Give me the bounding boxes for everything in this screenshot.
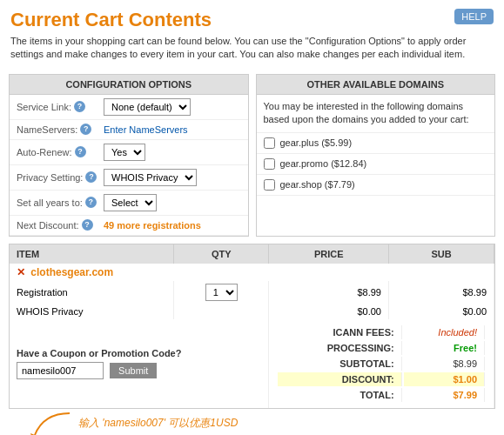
cart-domain-name: ✕ clothesgear.com <box>10 264 494 281</box>
domains-panel-header: OTHER AVAILABLE DOMAINS <box>257 75 495 95</box>
col-item: ITEM <box>10 244 173 264</box>
domain-item-gear-plus: gear.plus ($5.99) <box>257 133 495 154</box>
domain-checkbox-gear-shop[interactable] <box>264 179 275 191</box>
cart-item-registration-sub: $8.99 <box>388 281 494 304</box>
icann-label: ICANN FEES: <box>278 325 401 339</box>
total-label: TOTAL: <box>278 388 401 402</box>
coupon-row: Have a Coupon or Promotion Code? Submit … <box>10 319 494 408</box>
cart-whois-row: WHOIS Privacy $0.00 $0.00 <box>10 304 494 319</box>
domain-remove-icon[interactable]: ✕ <box>17 266 25 278</box>
cart-domain-row: ✕ clothesgear.com <box>10 264 494 281</box>
cart-item-registration-qty: 1 2 <box>173 281 269 304</box>
service-link-select[interactable]: None (default) <box>104 98 191 116</box>
total-value: $7.99 <box>404 388 485 402</box>
domain-checkbox-gear-promo[interactable] <box>264 158 275 170</box>
config-row-autorenew: Auto-Renew: ? Yes No <box>10 140 248 165</box>
config-value-nameservers: Enter NameServers <box>104 124 241 136</box>
cart-item-registration-price: $8.99 <box>269 281 389 304</box>
domain-checkbox-gear-plus[interactable] <box>264 137 275 149</box>
domain-item-gear-shop: gear.shop ($7.79) <box>257 175 495 196</box>
qty-select[interactable]: 1 2 <box>205 284 238 301</box>
summary-cell: ICANN FEES: Included! PROCESSING: Free! … <box>269 319 494 408</box>
discount-label: DISCOUNT: <box>278 372 401 386</box>
config-label-autorenew: Auto-Renew: ? <box>17 146 104 157</box>
domain-item-name: ✕ clothesgear.com <box>17 266 113 278</box>
available-domains-panel: OTHER AVAILABLE DOMAINS You may be inter… <box>256 74 496 237</box>
domain-name-gear-shop: gear.shop ($7.79) <box>280 179 355 190</box>
processing-value: Free! <box>404 341 485 355</box>
config-value-years: Select 1 2 5 <box>104 194 241 211</box>
cart-registration-row: Registration 1 2 $8.99 $8.99 <box>10 281 494 304</box>
cart-item-whois-sub: $0.00 <box>388 304 494 319</box>
cart-item-registration-label: Registration <box>10 281 173 304</box>
page-header: Current Cart Contents HELP The items in … <box>0 0 504 67</box>
discount-value: $1.00 <box>404 372 485 386</box>
coupon-label: Have a Coupon or Promotion Code? <box>17 348 261 358</box>
config-label-nameservers: NameServers: ? <box>17 124 104 135</box>
config-row-nameservers: NameServers: ? Enter NameServers <box>10 120 248 140</box>
summary-table: ICANN FEES: Included! PROCESSING: Free! … <box>276 324 487 404</box>
years-select[interactable]: Select 1 2 5 <box>104 194 157 211</box>
coupon-submit-button[interactable]: Submit <box>110 363 157 378</box>
enter-nameservers-link[interactable]: Enter NameServers <box>104 124 188 135</box>
service-link-help-icon[interactable]: ? <box>74 101 85 112</box>
config-row-service-link: Service Link: ? None (default) <box>10 95 248 120</box>
config-options-panel: CONFIGURATION OPTIONS Service Link: ? No… <box>9 74 249 237</box>
cart-item-whois-qty <box>173 304 269 319</box>
config-label-years: Set all years to: ? <box>17 197 104 208</box>
nameservers-label: NameServers: <box>17 124 77 135</box>
col-qty: QTY <box>173 244 269 264</box>
config-value-next-discount: 49 more registrations <box>104 219 241 231</box>
years-help-icon[interactable]: ? <box>85 197 97 208</box>
summary-icann-row: ICANN FEES: Included! <box>278 325 485 339</box>
nameservers-help-icon[interactable]: ? <box>80 124 91 135</box>
years-label: Set all years to: <box>17 197 83 208</box>
domain-name-gear-plus: gear.plus ($5.99) <box>280 137 353 148</box>
arrow-icon <box>17 409 87 435</box>
service-link-label: Service Link: <box>17 102 71 112</box>
domains-description: You may be interested in the following d… <box>257 95 495 133</box>
privacy-help-icon[interactable]: ? <box>85 171 97 183</box>
next-discount-help-icon[interactable]: ? <box>82 219 93 231</box>
autorenew-select[interactable]: Yes No <box>104 144 145 161</box>
domain-item-gear-promo: gear.promo ($12.84) <box>257 154 495 175</box>
next-discount-link[interactable]: 49 more registrations <box>104 220 201 231</box>
privacy-select[interactable]: WHOIS Privacy <box>104 169 197 186</box>
col-price: PRICE <box>269 244 389 264</box>
coupon-input-area: Submit <box>17 362 261 379</box>
summary-processing-row: PROCESSING: Free! <box>278 341 485 355</box>
config-label-privacy: Privacy Setting: ? <box>17 171 104 183</box>
help-button[interactable]: HELP <box>454 9 494 24</box>
autorenew-help-icon[interactable]: ? <box>75 146 86 157</box>
annotation-text: 输入 'namesilo007' 可以优惠1USD <box>78 417 238 429</box>
page-description: The items in your shopping cart can be f… <box>10 35 494 62</box>
summary-subtotal-row: SUBTOTAL: $8.99 <box>278 357 485 371</box>
subtotal-value: $8.99 <box>404 357 485 371</box>
coupon-cell: Have a Coupon or Promotion Code? Submit <box>10 319 269 408</box>
config-label-next-discount: Next Discount: ? <box>17 219 104 231</box>
processing-label: PROCESSING: <box>278 341 401 355</box>
cart-item-whois-price: $0.00 <box>269 304 389 319</box>
config-panel-header: CONFIGURATION OPTIONS <box>10 75 248 95</box>
coupon-input[interactable] <box>17 362 104 379</box>
privacy-label: Privacy Setting: <box>17 172 83 183</box>
autorenew-label: Auto-Renew: <box>17 147 72 157</box>
cart-table: ITEM QTY PRICE SUB ✕ clothesgear.com Reg… <box>10 244 494 408</box>
icann-value: Included! <box>404 325 485 339</box>
config-label-service: Service Link: ? <box>17 101 104 112</box>
col-sub: SUB <box>388 244 494 264</box>
config-row-discount: Next Discount: ? 49 more registrations <box>10 216 248 236</box>
cart-section: ITEM QTY PRICE SUB ✕ clothesgear.com Reg… <box>9 244 495 409</box>
config-value-autorenew: Yes No <box>104 144 241 161</box>
config-value-privacy: WHOIS Privacy <box>104 169 241 186</box>
summary-total-row: TOTAL: $7.99 <box>278 388 485 402</box>
subtotal-label: SUBTOTAL: <box>278 357 401 371</box>
config-row-privacy: Privacy Setting: ? WHOIS Privacy <box>10 165 248 191</box>
config-value-service: None (default) <box>104 98 241 116</box>
config-row-years: Set all years to: ? Select 1 2 5 <box>10 191 248 216</box>
page-title: Current Cart Contents <box>10 9 494 31</box>
next-discount-label: Next Discount: <box>17 220 79 231</box>
annotation-area: 输入 'namesilo007' 可以优惠1USD <box>9 416 495 435</box>
summary-discount-row: DISCOUNT: $1.00 <box>278 372 485 386</box>
main-panels: CONFIGURATION OPTIONS Service Link: ? No… <box>9 74 495 237</box>
